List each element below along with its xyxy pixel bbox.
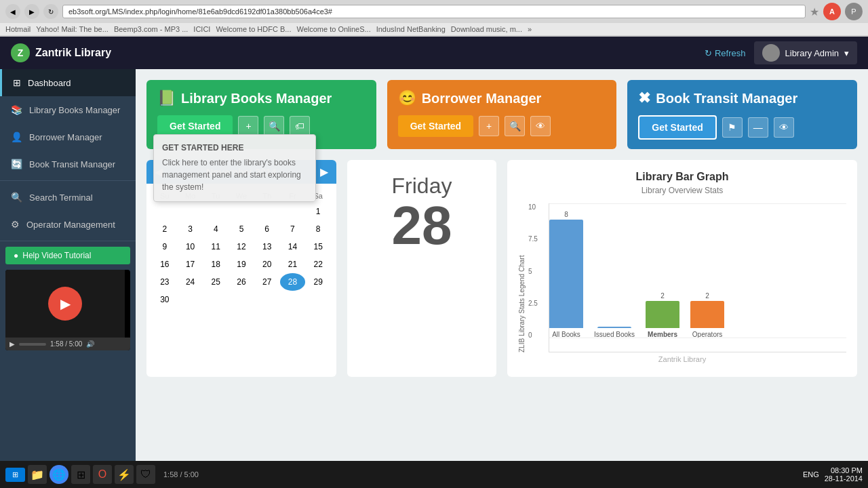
taskbar-icon-opera[interactable]: O xyxy=(93,465,112,484)
calendar-day-22[interactable]: 22 xyxy=(305,256,331,273)
calendar-day-8[interactable]: 8 xyxy=(305,220,331,238)
tooltip-popup: GET STARTED HERE Click here to enter the… xyxy=(153,134,316,202)
calendar-day-25[interactable]: 25 xyxy=(203,273,229,291)
volume-icon[interactable]: 🔊 xyxy=(86,340,94,348)
transit-flag-icon-btn[interactable]: ⚑ xyxy=(722,117,743,138)
sidebar-item-operator[interactable]: ⚙ Operator Management xyxy=(0,211,136,238)
calendar-day-14[interactable]: 14 xyxy=(280,238,306,256)
chart-title: Library Bar Graph xyxy=(518,171,846,183)
library-tag-icon-btn[interactable]: 🏷 xyxy=(290,116,310,136)
book-transit-title-text: Book Transit Manager xyxy=(656,91,797,106)
calendar-empty xyxy=(203,291,229,308)
calendar-day-11[interactable]: 11 xyxy=(203,238,229,256)
calendar-next-button[interactable]: ▶ xyxy=(320,165,328,178)
calendar-day-28[interactable]: 28 xyxy=(280,273,306,291)
calendar-day-3[interactable]: 3 xyxy=(178,220,203,238)
bookmark-indusind[interactable]: IndusInd NetBanking xyxy=(376,25,446,33)
date-display: Friday 28 xyxy=(347,160,496,377)
transit-view-icon-btn[interactable]: 👁 xyxy=(774,117,794,138)
calendar-day-26[interactable]: 26 xyxy=(229,273,254,291)
bookmark-online-s[interactable]: Welcome to OnlineS... xyxy=(296,25,370,33)
borrower-view-icon-btn[interactable]: 👁 xyxy=(530,116,551,136)
calendar-day-5[interactable]: 5 xyxy=(229,220,254,238)
calendar-day-7[interactable]: 7 xyxy=(280,220,306,238)
navbar-right: ↻ Refresh Library Admin ▾ xyxy=(705,41,857,64)
help-video-button[interactable]: ● Help Video Tutorial xyxy=(5,247,130,264)
sidebar: ⊞ Dashboard 📚 Library Books Manager 👤 Bo… xyxy=(0,69,136,488)
calendar-day-24[interactable]: 24 xyxy=(178,273,203,291)
address-bar[interactable]: eb3soft.org/LMS/index.php/login/home/81e… xyxy=(62,5,806,18)
calendar-day-17[interactable]: 17 xyxy=(178,256,203,273)
bar-members xyxy=(646,301,679,328)
play-button[interactable]: ▶ xyxy=(48,287,82,321)
sidebar-item-book-transit[interactable]: 🔄 Book Transit Manager xyxy=(0,150,136,178)
refresh-button[interactable]: ↻ Refresh xyxy=(705,48,746,58)
main-content: 📗 Library Books Manager Get Started + 🔍 … xyxy=(136,69,868,488)
reload-button[interactable]: ↻ xyxy=(43,4,58,19)
bookmark-icici[interactable]: ICICI xyxy=(193,25,210,33)
sidebar-item-search[interactable]: 🔍 Search Terminal xyxy=(0,184,136,211)
progress-bar[interactable] xyxy=(19,343,46,346)
book-transit-get-started-button[interactable]: Get Started xyxy=(638,115,716,140)
app-container: ⊞ Dashboard 📚 Library Books Manager 👤 Bo… xyxy=(0,69,868,488)
sidebar-item-library-books[interactable]: 📚 Library Books Manager xyxy=(0,96,136,123)
library-books-title-text: Library Books Manager xyxy=(181,91,332,106)
bookmark-hotmail[interactable]: Hotmail xyxy=(5,25,31,33)
borrower-card-actions: Get Started + 🔍 👁 xyxy=(398,115,606,137)
bookmark-beemp3[interactable]: Beemp3.com - MP3 ... xyxy=(114,25,188,33)
borrower-search-icon-btn[interactable]: 🔍 xyxy=(505,116,525,136)
chart-footer: Zantrik Library xyxy=(518,352,846,366)
calendar-day-12[interactable]: 12 xyxy=(229,238,254,256)
calendar-day-9[interactable]: 9 xyxy=(152,238,178,256)
calendar-day-18[interactable]: 18 xyxy=(203,256,229,273)
calendar-day-21[interactable]: 21 xyxy=(280,256,306,273)
calendar-empty xyxy=(178,203,203,220)
taskbar-icon-unknown[interactable]: ⚡ xyxy=(115,465,134,484)
admin-label: Library Admin xyxy=(785,48,839,58)
bar-issued-books xyxy=(597,327,631,328)
taskbar-language: ENG xyxy=(803,470,819,479)
calendar-day-23[interactable]: 23 xyxy=(152,273,178,291)
play-pause-icon[interactable]: ▶ xyxy=(9,340,15,348)
calendar-day-6[interactable]: 6 xyxy=(254,220,280,238)
borrower-get-started-button[interactable]: Get Started xyxy=(398,115,473,137)
start-button[interactable]: ⊞ xyxy=(5,468,25,482)
bookmark-download[interactable]: Download music, m... xyxy=(451,25,522,33)
calendar-day-30[interactable]: 30 xyxy=(152,291,178,308)
calendar-day-15[interactable]: 15 xyxy=(305,238,331,256)
calendar-day-20[interactable]: 20 xyxy=(254,256,280,273)
library-add-icon-btn[interactable]: + xyxy=(238,116,258,136)
bookmark-more[interactable]: » xyxy=(528,25,532,33)
calendar-day-1[interactable]: 1 xyxy=(305,203,331,220)
taskbar-icon-apps[interactable]: ⊞ xyxy=(71,465,90,484)
taskbar-icon-chrome[interactable]: 🌐 xyxy=(50,465,68,484)
calendar-day-10[interactable]: 10 xyxy=(178,238,203,256)
back-button[interactable]: ◀ xyxy=(5,4,20,19)
bookmark-star[interactable]: ★ xyxy=(810,5,819,18)
calendar-day-27[interactable]: 27 xyxy=(254,273,280,291)
bookmarks-bar: Hotmail Yahoo! Mail: The be... Beemp3.co… xyxy=(0,23,868,36)
taskbar-icon-folder[interactable]: 📁 xyxy=(28,465,47,484)
calendar-day-16[interactable]: 16 xyxy=(152,256,178,273)
calendar-day-2[interactable]: 2 xyxy=(152,220,178,238)
bookmark-hdfc[interactable]: Welcome to HDFC B... xyxy=(216,25,291,33)
calendar-day-19[interactable]: 19 xyxy=(229,256,254,273)
calendar-day-29[interactable]: 29 xyxy=(305,273,331,291)
borrower-add-icon-btn[interactable]: + xyxy=(479,116,499,136)
bookmark-yahoo[interactable]: Yahoo! Mail: The be... xyxy=(36,25,108,33)
library-search-icon-btn[interactable]: 🔍 xyxy=(264,116,284,136)
forward-button[interactable]: ▶ xyxy=(24,4,39,19)
taskbar-icon-shield[interactable]: 🛡 xyxy=(136,465,155,484)
sidebar-item-dashboard[interactable]: ⊞ Dashboard xyxy=(0,69,136,96)
transit-minimize-icon-btn[interactable]: — xyxy=(748,117,768,138)
borrower-card-icon: 😊 xyxy=(398,89,416,107)
bar-group-issued-books: Issued Books xyxy=(594,325,635,338)
sidebar-item-borrower[interactable]: 👤 Borrower Manager xyxy=(0,123,136,150)
book-transit-icon: 🔄 xyxy=(11,159,22,169)
calendar-day-4[interactable]: 4 xyxy=(203,220,229,238)
manager-cards-row: 📗 Library Books Manager Get Started + 🔍 … xyxy=(146,80,857,149)
calendar-day-13[interactable]: 13 xyxy=(254,238,280,256)
admin-user-menu[interactable]: Library Admin ▾ xyxy=(754,41,857,64)
sidebar-operator-label: Operator Management xyxy=(26,220,115,230)
video-time: 1:58 / 5:00 xyxy=(50,340,82,348)
